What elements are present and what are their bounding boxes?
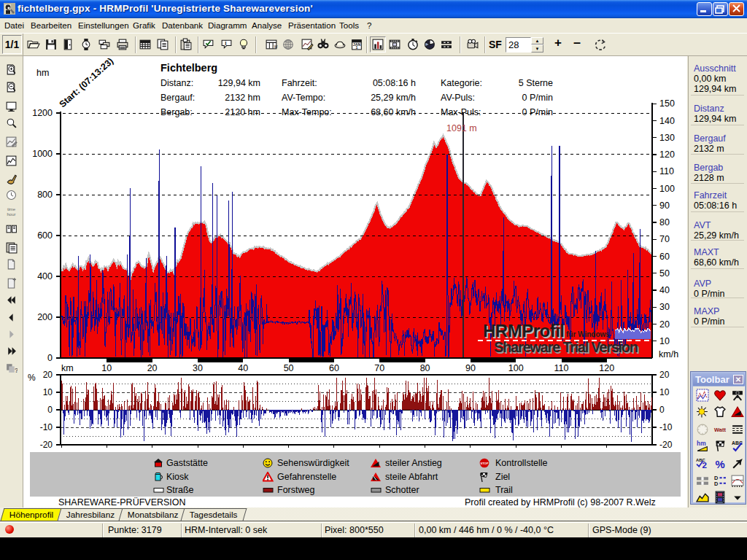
svg-text:Shareware Trial Version: Shareware Trial Version	[494, 339, 638, 355]
svg-text:20: 20	[43, 370, 53, 380]
svg-text:70: 70	[374, 363, 384, 373]
svg-text:60: 60	[659, 252, 670, 262]
svg-text:30: 30	[193, 363, 203, 373]
svg-text:60: 60	[329, 363, 339, 373]
svg-text:STOP: STOP	[481, 462, 489, 465]
svg-text:2: 2	[702, 460, 706, 470]
svg-text:200: 200	[37, 312, 53, 322]
svg-text:1000: 1000	[32, 149, 53, 159]
svg-text:600: 600	[37, 230, 53, 241]
svg-text:50: 50	[284, 363, 294, 373]
svg-text:110: 110	[554, 363, 569, 373]
svg-text:30: 30	[659, 302, 670, 312]
svg-text:für Windows: für Windows	[566, 330, 610, 338]
svg-text:-10: -10	[40, 422, 53, 432]
svg-text:?: ?	[15, 366, 18, 374]
svg-text:90: 90	[465, 363, 476, 373]
svg-text:10: 10	[659, 387, 670, 397]
svg-text:20: 20	[147, 363, 158, 373]
svg-text:20: 20	[659, 370, 670, 380]
svg-text:0: 0	[47, 353, 53, 363]
svg-text:800: 800	[37, 190, 53, 200]
svg-text:0: 0	[659, 405, 665, 415]
svg-text:130: 130	[659, 133, 675, 143]
svg-text:hm: hm	[697, 440, 706, 447]
svg-text:D: D	[714, 481, 719, 487]
svg-text:0: 0	[47, 405, 53, 415]
svg-text:90: 90	[659, 201, 670, 211]
svg-text:400: 400	[37, 271, 53, 281]
svg-text:hour: hour	[7, 212, 16, 217]
svg-text:10: 10	[101, 363, 112, 373]
svg-text:50: 50	[659, 268, 670, 279]
svg-text:-20: -20	[659, 440, 673, 450]
svg-text:80: 80	[420, 363, 430, 373]
svg-text:100: 100	[508, 363, 524, 373]
svg-text:1: 1	[356, 45, 358, 50]
svg-text:10: 10	[659, 336, 670, 346]
svg-text:70: 70	[659, 234, 670, 244]
svg-text:110: 110	[659, 166, 674, 176]
svg-text:Watt: Watt	[714, 427, 726, 433]
svg-text:10: 10	[43, 387, 53, 397]
svg-text:1091 m: 1091 m	[446, 123, 477, 133]
svg-text:km/h: km/h	[659, 349, 678, 359]
svg-text:-20: -20	[40, 440, 53, 450]
svg-text:80: 80	[659, 217, 670, 228]
svg-text:120: 120	[659, 149, 675, 160]
svg-text:w: w	[274, 44, 278, 49]
svg-text:20: 20	[659, 319, 670, 330]
svg-text:150: 150	[659, 98, 675, 109]
svg-text:km: km	[61, 363, 74, 373]
svg-text:HRMProfil: HRMProfil	[483, 321, 565, 341]
svg-text:time: time	[7, 207, 16, 211]
svg-text:1200: 1200	[32, 108, 53, 118]
svg-text:120: 120	[599, 363, 614, 373]
svg-text:%: %	[715, 459, 724, 470]
svg-text:40: 40	[238, 363, 248, 373]
svg-text:%: %	[28, 373, 36, 383]
svg-text:i: i	[225, 39, 226, 47]
svg-text:140: 140	[659, 116, 675, 126]
svg-text:40: 40	[659, 285, 670, 295]
svg-text:-10: -10	[659, 422, 673, 432]
svg-text:hm: hm	[36, 68, 49, 78]
svg-text:100: 100	[659, 184, 675, 194]
